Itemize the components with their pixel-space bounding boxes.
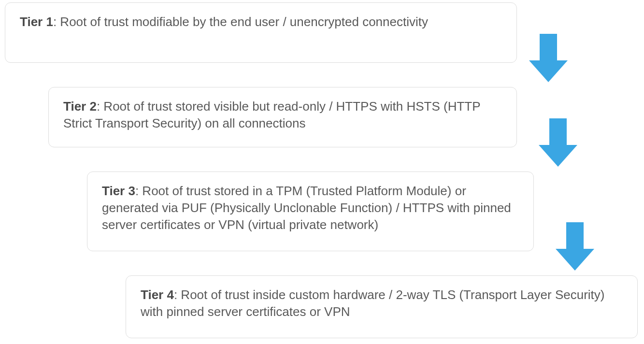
tier-2-box: Tier 2: Root of trust stored visible but… bbox=[48, 87, 517, 147]
tier-4-box: Tier 4: Root of trust inside custom hard… bbox=[126, 275, 638, 338]
tier-1-box: Tier 1: Root of trust modifiable by the … bbox=[5, 2, 517, 63]
arrow-down-icon bbox=[539, 118, 577, 167]
arrow-down-icon bbox=[556, 222, 594, 271]
arrow-down-icon bbox=[529, 34, 568, 82]
tier-3-text: : Root of trust stored in a TPM (Trusted… bbox=[102, 184, 511, 232]
tier-4-label: Tier 4 bbox=[141, 287, 174, 302]
tier-4-text: : Root of trust inside custom hardware /… bbox=[141, 287, 604, 319]
tier-1-text: : Root of trust modifiable by the end us… bbox=[53, 14, 428, 29]
tier-3-label: Tier 3 bbox=[102, 184, 135, 198]
tier-2-text: : Root of trust stored visible but read-… bbox=[63, 99, 480, 130]
svg-marker-1 bbox=[539, 118, 577, 167]
tier-3-box: Tier 3: Root of trust stored in a TPM (T… bbox=[87, 172, 534, 251]
diagram-canvas: Tier 1: Root of trust modifiable by the … bbox=[0, 0, 644, 344]
svg-marker-0 bbox=[529, 34, 568, 82]
tier-2-label: Tier 2 bbox=[63, 99, 97, 114]
svg-marker-2 bbox=[556, 222, 594, 271]
tier-1-label: Tier 1 bbox=[20, 14, 53, 29]
